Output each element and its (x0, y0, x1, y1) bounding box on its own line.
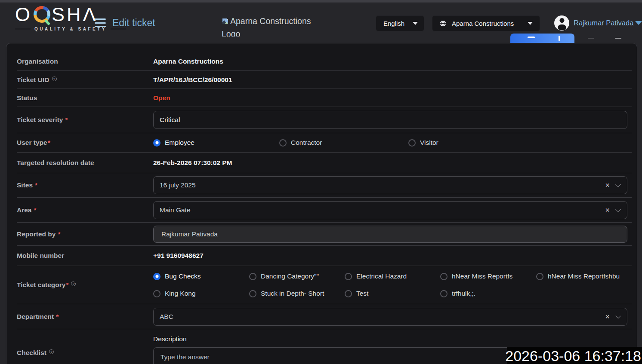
radio-option-king-kong[interactable]: King Kong (153, 290, 249, 297)
checklist-label: Checklist (17, 335, 153, 357)
radio-unchecked-icon[interactable] (153, 290, 160, 297)
mobile-number-label: Mobile number (17, 252, 153, 260)
form-row-targeted-resolution-date: Targeted resolution date 26-Feb-2026 07:… (17, 153, 632, 173)
ticket-category-label: Ticket category* (17, 281, 153, 289)
radio-option-dancing-category[interactable]: Dancing Category"" (249, 272, 345, 280)
info-icon (71, 281, 76, 286)
radio-option-electrical-hazard[interactable]: Electrical Hazard (345, 272, 440, 280)
brand-q-ring-icon (34, 6, 50, 23)
radio-option-employee[interactable]: Employee (153, 139, 279, 147)
user-name[interactable]: Rajkumar Pativada (574, 19, 633, 27)
department-label: Department* (17, 313, 153, 321)
browser-top-strip (0, 0, 642, 3)
checklist-description-label: Description (153, 335, 627, 343)
button-icon-fragment (528, 37, 535, 38)
chevron-down-icon[interactable] (615, 182, 621, 187)
ticket-severity-label: Ticket severity* (17, 116, 153, 124)
brand-letters-sha: SHΛ (52, 5, 98, 24)
brand-tagline: QUALITY & SAFETY (15, 27, 126, 31)
info-icon (49, 349, 54, 354)
user-type-radio-group: Employee Contractor Visitor (153, 139, 627, 147)
form-row-ticket-uid: Ticket UID T/APR/16J/BCC/26/00001 (17, 71, 632, 89)
caret-down-icon (528, 22, 533, 25)
radio-option-stuck-in-depth-short[interactable]: Stuck in Depth- Short (249, 290, 345, 297)
targeted-resolution-date-label: Targeted resolution date (17, 159, 153, 167)
sites-select[interactable]: 16 july 2025 (153, 176, 627, 194)
tagline-line-right (111, 29, 126, 29)
status-badge: Open (153, 94, 170, 102)
area-label: Area* (17, 206, 153, 214)
user-type-label: User type* (17, 139, 153, 147)
brand-logo: O SHΛ QUALITY & SAFETY (15, 5, 126, 31)
department-select[interactable]: ABC (153, 308, 627, 326)
toolbar-fragment-icon (615, 38, 621, 39)
user-avatar[interactable] (554, 15, 569, 31)
page-title: Edit ticket (112, 17, 155, 29)
radio-option-hnear-miss-reportfshbu[interactable]: hNear Miss Reportfshbu (536, 272, 627, 280)
hamburger-menu-icon[interactable] (95, 18, 106, 27)
organisation-selector-button[interactable]: Aparna Constructions (432, 15, 540, 31)
form-row-ticket-severity: Ticket severity* Critical (17, 107, 632, 133)
form-row-user-type: User type* Employee Contractor Visitor (17, 133, 632, 153)
tagline-line-left (15, 29, 31, 29)
radio-unchecked-icon[interactable] (249, 273, 256, 280)
timestamp-overlay: 2026-03-06 16:37:18 (507, 347, 642, 364)
organisation-label: Organisation (17, 58, 153, 65)
user-menu-caret-icon[interactable] (635, 21, 642, 25)
radio-unchecked-icon[interactable] (440, 290, 448, 297)
area-select[interactable]: Main Gate (153, 201, 627, 219)
form-row-area: Area* Main Gate (17, 198, 632, 223)
radio-option-hnear-miss-reportfs[interactable]: hNear Miss Reportfs (440, 272, 536, 280)
ticket-form-panel: Organisation Aparna Constructions Ticket… (6, 43, 637, 364)
radio-checked-icon[interactable] (153, 273, 160, 280)
clear-x-icon[interactable] (605, 206, 610, 214)
toolbar-fragment-icon (588, 38, 594, 39)
form-row-sites: Sites* 16 july 2025 (17, 173, 632, 198)
radio-option-trfhulk[interactable]: trfhulk,;. (440, 290, 536, 297)
form-row-reported-by: Reported by* Rajkumar Pativada (17, 223, 632, 246)
brand-letter-o: O (15, 5, 32, 24)
clear-x-icon[interactable] (605, 181, 610, 189)
radio-unchecked-icon[interactable] (345, 273, 352, 280)
radio-unchecked-icon[interactable] (536, 273, 543, 280)
radio-option-bug-checks[interactable]: Bug Checks (153, 272, 249, 280)
broken-image-icon (222, 17, 229, 25)
radio-unchecked-icon[interactable] (345, 290, 352, 297)
status-label: Status (17, 94, 153, 102)
radio-unchecked-icon[interactable] (249, 290, 256, 297)
radio-unchecked-icon[interactable] (440, 273, 448, 280)
form-row-status: Status Open (17, 89, 632, 107)
button-text-fragment (559, 36, 560, 41)
targeted-resolution-date-value: 26-Feb-2026 07:30:02 PM (153, 159, 232, 167)
radio-option-test[interactable]: Test (345, 290, 440, 297)
form-row-organisation: Organisation Aparna Constructions (17, 52, 632, 71)
sites-label: Sites* (17, 181, 153, 189)
radio-unchecked-icon[interactable] (408, 139, 416, 147)
clear-x-icon[interactable] (605, 313, 610, 321)
ticket-severity-input[interactable]: Critical (153, 111, 627, 129)
chevron-down-icon[interactable] (615, 206, 621, 212)
caret-down-icon (413, 22, 418, 25)
radio-unchecked-icon[interactable] (279, 139, 287, 147)
reported-by-input[interactable]: Rajkumar Pativada (153, 226, 627, 243)
info-icon (52, 76, 57, 81)
form-row-mobile-number: Mobile number +91 9160948627 (17, 246, 632, 266)
ticket-uid-label: Ticket UID (17, 76, 153, 84)
radio-checked-icon[interactable] (153, 139, 160, 147)
mobile-number-value: +91 9160948627 (153, 252, 204, 260)
organisation-value: Aparna Constructions (153, 58, 223, 65)
form-row-department: Department* ABC (17, 304, 632, 329)
ticket-category-radio-group: Bug Checks Dancing Category"" Electrical… (153, 272, 627, 297)
form-row-ticket-category: Ticket category* Bug Checks Dancing Cate… (17, 266, 632, 304)
ticket-uid-value: T/APR/16J/BCC/26/00001 (153, 76, 232, 84)
radio-option-visitor[interactable]: Visitor (408, 139, 438, 147)
radio-option-contractor[interactable]: Contractor (279, 139, 408, 147)
globe-icon (439, 20, 447, 27)
reported-by-label: Reported by* (17, 230, 153, 238)
org-logo-broken-image: Aparna Constructions Logo (222, 15, 311, 37)
language-selector-button[interactable]: English (376, 15, 424, 31)
chevron-down-icon[interactable] (615, 313, 621, 318)
